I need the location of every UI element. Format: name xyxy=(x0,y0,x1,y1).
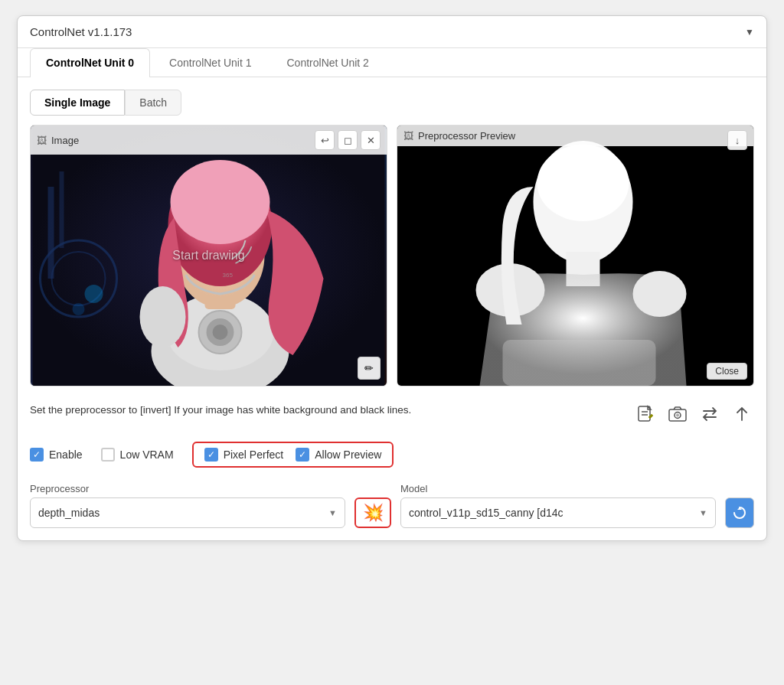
preprocessor-preview-content: Close xyxy=(397,126,753,386)
uploaded-image: 365 xyxy=(31,126,387,386)
image-panel-header-left: 🖼 Image ↩ ◻ ✕ xyxy=(31,126,387,155)
image-mode-tabs: Single Image Batch xyxy=(30,90,754,116)
model-selector[interactable]: control_v11p_sd15_canny [d14c ▼ xyxy=(400,497,716,528)
model-select[interactable]: control_v11p_sd15_canny [d14c xyxy=(409,507,694,519)
model-group: Model control_v11p_sd15_canny [d14c ▼ xyxy=(400,483,716,528)
low-vram-checkbox[interactable] xyxy=(101,448,115,462)
allow-preview-label[interactable]: Allow Preview xyxy=(315,449,381,461)
close-preview-button[interactable]: Close xyxy=(707,363,747,380)
preprocessor-selector[interactable]: depth_midas ▼ xyxy=(30,497,345,528)
pencil-button[interactable]: ✏ xyxy=(358,357,381,380)
svg-point-36 xyxy=(676,414,679,417)
svg-point-22 xyxy=(140,286,186,347)
notepad-icon-button[interactable] xyxy=(633,402,658,426)
cyber-girl-svg: 365 xyxy=(31,126,387,386)
svg-rect-29 xyxy=(503,340,656,386)
collapse-icon[interactable]: ▼ xyxy=(745,27,754,38)
erase-button[interactable]: ◻ xyxy=(338,130,358,150)
pixel-perfect-checkbox[interactable]: ✓ xyxy=(204,448,218,462)
svg-point-5 xyxy=(85,285,103,303)
checkboxes-row: ✓ Enable Low VRAM ✓ Pixel Perfect ✓ Allo… xyxy=(30,442,754,468)
enable-label[interactable]: Enable xyxy=(49,449,83,461)
preprocessor-preview-label: Preprocessor Preview xyxy=(418,130,515,142)
close-image-button[interactable]: ✕ xyxy=(361,130,381,150)
preprocessor-group: Preprocessor depth_midas ▼ xyxy=(30,483,345,528)
preprocessor-image xyxy=(397,126,753,386)
model-label: Model xyxy=(400,483,716,494)
model-arrow-icon: ▼ xyxy=(699,508,707,517)
tab-unit-0[interactable]: ControlNet Unit 0 xyxy=(30,48,150,77)
pixel-perfect-label[interactable]: Pixel Perfect xyxy=(224,449,284,461)
swap-icon-button[interactable] xyxy=(697,402,722,426)
svg-text:365: 365 xyxy=(223,272,234,279)
header-title: ControlNet v1.1.173 xyxy=(30,25,132,38)
silhouette-svg xyxy=(397,126,753,386)
download-button[interactable]: ↓ xyxy=(727,130,747,150)
low-vram-checkbox-item: Low VRAM xyxy=(101,448,174,462)
images-row: 🖼 Image ↩ ◻ ✕ xyxy=(30,125,754,387)
preprocessor-select[interactable]: depth_midas xyxy=(38,507,324,519)
up-arrow-icon-button[interactable] xyxy=(730,402,754,426)
svg-point-11 xyxy=(213,325,228,340)
allow-preview-checkbox[interactable]: ✓ xyxy=(296,448,309,462)
tab-unit-1[interactable]: ControlNet Unit 1 xyxy=(153,48,267,77)
action-icons xyxy=(633,402,754,426)
refresh-button[interactable] xyxy=(725,497,754,528)
header: ControlNet v1.1.173 ▼ xyxy=(18,16,766,48)
tab-single-image[interactable]: Single Image xyxy=(30,90,125,116)
allow-preview-checkbox-item: ✓ Allow Preview xyxy=(296,448,381,462)
svg-point-30 xyxy=(537,145,629,221)
explosion-button[interactable]: 💥 xyxy=(354,497,391,528)
description-text: Set the preprocessor to [invert] If your… xyxy=(30,402,618,419)
panel-actions-left: ↩ ◻ ✕ xyxy=(315,130,381,150)
image-panel-right: 🖼 Preprocessor Preview ↓ xyxy=(397,125,754,387)
svg-rect-3 xyxy=(48,187,54,279)
pixel-allow-group: ✓ Pixel Perfect ✓ Allow Preview xyxy=(192,442,394,468)
image-panel-header-right: 🖼 Preprocessor Preview xyxy=(397,126,753,146)
preprocessor-label: Preprocessor xyxy=(30,483,345,494)
svg-point-6 xyxy=(73,303,85,315)
unit-tabs: ControlNet Unit 0 ControlNet Unit 1 Cont… xyxy=(18,48,766,77)
image-content-left[interactable]: 365 Start drawing ✏ xyxy=(31,126,387,386)
tab-unit-2[interactable]: ControlNet Unit 2 xyxy=(271,48,385,77)
undo-button[interactable]: ↩ xyxy=(315,130,335,150)
description-row: Set the preprocessor to [invert] If your… xyxy=(30,399,754,429)
controlnet-panel: ControlNet v1.1.173 ▼ ControlNet Unit 0 … xyxy=(17,15,767,541)
low-vram-label[interactable]: Low VRAM xyxy=(120,449,174,461)
camera-icon-button[interactable] xyxy=(665,402,690,426)
svg-point-21 xyxy=(171,160,270,244)
image-panel-left: 🖼 Image ↩ ◻ ✕ xyxy=(30,125,387,387)
image-panel-label: Image xyxy=(51,135,79,146)
selectors-row: Preprocessor depth_midas ▼ 💥 Model contr… xyxy=(30,483,754,528)
content-area: Single Image Batch 🖼 Image ↩ ◻ ✕ xyxy=(18,77,766,540)
enable-checkbox-item: ✓ Enable xyxy=(30,448,83,462)
preprocessor-arrow-icon: ▼ xyxy=(328,508,337,517)
image-icon-right: 🖼 xyxy=(403,130,413,142)
pixel-perfect-checkbox-item: ✓ Pixel Perfect xyxy=(204,448,284,462)
tab-batch[interactable]: Batch xyxy=(125,90,181,116)
svg-point-28 xyxy=(633,271,687,317)
image-icon-left: 🖼 xyxy=(37,135,47,146)
enable-checkbox[interactable]: ✓ xyxy=(30,448,44,462)
svg-rect-4 xyxy=(60,171,64,248)
